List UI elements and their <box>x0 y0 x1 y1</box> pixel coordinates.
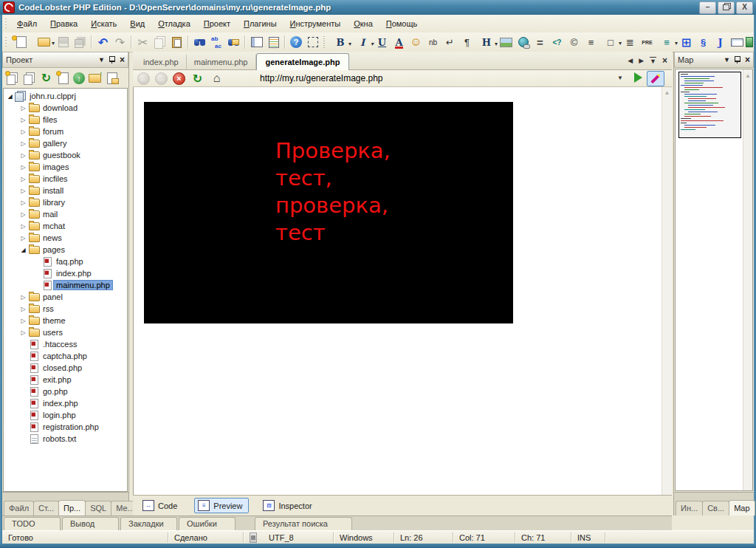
toolbar-separator[interactable] <box>244 35 246 49</box>
tree-expander-icon[interactable] <box>19 176 27 182</box>
redo-icon[interactable]: ↷ <box>111 35 128 50</box>
tree-expander-icon[interactable] <box>19 294 27 301</box>
menu-item[interactable]: Инструменты <box>284 16 348 31</box>
image-icon[interactable] <box>498 35 515 50</box>
special-char-icon[interactable]: © <box>566 35 583 50</box>
refresh-icon[interactable]: ↻ <box>38 70 55 86</box>
save-all-icon[interactable] <box>72 35 89 50</box>
tree-item-label[interactable]: images <box>41 162 71 171</box>
tab-close-icon[interactable]: × <box>662 55 667 66</box>
menu-grip[interactable] <box>4 18 8 30</box>
panel-menu-icon[interactable]: ▼ <box>98 57 105 64</box>
menu-item[interactable]: Правка <box>44 16 84 31</box>
right-panel-tab[interactable]: Map <box>729 500 755 516</box>
tree-item[interactable]: forum <box>4 126 127 137</box>
tree-item[interactable]: incfiles <box>4 173 127 185</box>
tree-expander-icon[interactable] <box>19 188 27 194</box>
tree-item-label[interactable]: registration.php <box>41 422 101 431</box>
left-panel-tab[interactable]: SQL <box>85 501 111 516</box>
left-panel-tab[interactable]: Файл <box>4 501 34 516</box>
tree-item-label[interactable]: pages <box>41 245 67 254</box>
tree-expander-icon[interactable] <box>19 129 27 135</box>
preview-pane[interactable]: Проверка,тест,проверка,тест ▲ <box>133 87 672 495</box>
minimize-button[interactable]: – <box>699 1 716 14</box>
add-project-icon[interactable] <box>4 70 21 86</box>
code-minimap[interactable] <box>678 72 741 138</box>
tree-item[interactable]: panel <box>4 291 127 303</box>
status-encoding[interactable]: UTF_8 <box>263 532 334 543</box>
tree-item-label[interactable]: news <box>41 233 64 242</box>
palette-icon[interactable] <box>746 35 753 50</box>
tree-expander-icon[interactable] <box>19 235 27 242</box>
tree-expander-icon[interactable] <box>19 329 27 336</box>
tree-item-label[interactable]: exit.php <box>41 375 74 384</box>
menu-item[interactable]: Вид <box>123 16 151 31</box>
menu-item[interactable]: Окна <box>347 16 379 31</box>
fullscreen-icon[interactable] <box>304 35 321 50</box>
status-indicator-button[interactable] <box>244 532 263 543</box>
upload-icon[interactable]: ↑ <box>73 72 85 84</box>
tree-item[interactable]: library <box>4 196 127 208</box>
back-icon[interactable]: ← <box>137 72 150 85</box>
code-map[interactable]: ▲ <box>675 69 753 491</box>
toolbar-grip[interactable] <box>323 36 327 48</box>
tree-item-label[interactable]: rss <box>41 304 56 313</box>
pin-icon[interactable] <box>735 56 740 62</box>
input-field-icon[interactable] <box>729 35 746 50</box>
paste-icon[interactable] <box>168 35 185 50</box>
line-break-icon[interactable]: ↵ <box>441 35 458 50</box>
edit-project-icon[interactable] <box>55 70 72 86</box>
tree-item[interactable]: rss <box>4 303 127 315</box>
tree-item-label[interactable]: panel <box>41 292 65 301</box>
tab-scroll-right-icon[interactable]: ▶ <box>639 57 644 64</box>
toolbar-grip[interactable] <box>4 36 8 48</box>
tree-item[interactable]: exit.php <box>4 374 127 386</box>
pre-icon[interactable]: PRE <box>639 35 656 50</box>
tree-item-label[interactable]: .htaccess <box>41 340 79 349</box>
output-tab[interactable]: Вывод <box>62 517 119 530</box>
tree-expander-icon[interactable] <box>19 199 27 206</box>
save-icon[interactable] <box>55 35 72 50</box>
undo-icon[interactable]: ↶ <box>94 35 111 50</box>
tree-expander-icon[interactable] <box>19 223 27 230</box>
table-icon[interactable]: ⊞ <box>678 35 695 50</box>
right-panel-tab[interactable]: Св... <box>702 501 729 516</box>
tree-item-label[interactable]: download <box>41 103 80 112</box>
tree-item[interactable]: download <box>4 102 127 114</box>
italic-icon[interactable]: I <box>351 35 374 50</box>
tree-item[interactable]: mail <box>4 208 127 220</box>
tree-item-label[interactable]: incfiles <box>41 174 70 183</box>
left-panel-tab[interactable]: Ст... <box>33 501 59 516</box>
align-justify-icon[interactable]: ≣ <box>622 35 639 50</box>
tree-expander-icon[interactable] <box>19 117 27 123</box>
tree-item[interactable]: robots.txt <box>4 433 127 445</box>
output-tab[interactable]: Закладки <box>120 517 177 530</box>
smiley-icon[interactable]: ☺ <box>408 35 425 50</box>
cut-icon[interactable]: ✂ <box>134 35 151 50</box>
tree-item[interactable]: users <box>4 326 127 338</box>
scroll-up-icon[interactable]: ▲ <box>662 87 672 96</box>
view-mode-tab[interactable]: ⊡ Inspector <box>259 498 318 513</box>
tree-item[interactable]: guestbook <box>4 149 127 161</box>
open-file-icon[interactable] <box>32 35 55 50</box>
tree-expander-icon[interactable] <box>19 247 27 253</box>
panel-menu-icon[interactable]: ▼ <box>724 57 730 64</box>
status-eol[interactable]: Windows <box>334 532 394 543</box>
go-button[interactable] <box>634 72 642 83</box>
tree-item-label[interactable]: login.php <box>41 411 78 419</box>
tree-item-label[interactable]: users <box>41 328 65 337</box>
new-file-icon[interactable] <box>10 35 32 50</box>
scroll-up-icon[interactable]: ▲ <box>743 69 752 79</box>
preview-scrollbar[interactable]: ▲ <box>662 87 672 495</box>
div-block-icon[interactable]: □ <box>599 35 622 50</box>
tree-expander-icon[interactable] <box>19 164 27 171</box>
menu-item[interactable]: Отладка <box>151 16 197 31</box>
tree-expander-icon[interactable] <box>19 152 27 159</box>
menu-item[interactable]: Искать <box>84 16 123 31</box>
toolbar-separator[interactable] <box>91 35 92 49</box>
tree-item-label[interactable]: mchat <box>41 222 67 230</box>
find-icon[interactable] <box>191 35 208 50</box>
help-icon[interactable]: ? <box>290 36 302 48</box>
map-scrollbar[interactable]: ▲ <box>743 69 752 490</box>
tree-item[interactable]: john.ru.clpprj <box>4 90 127 102</box>
